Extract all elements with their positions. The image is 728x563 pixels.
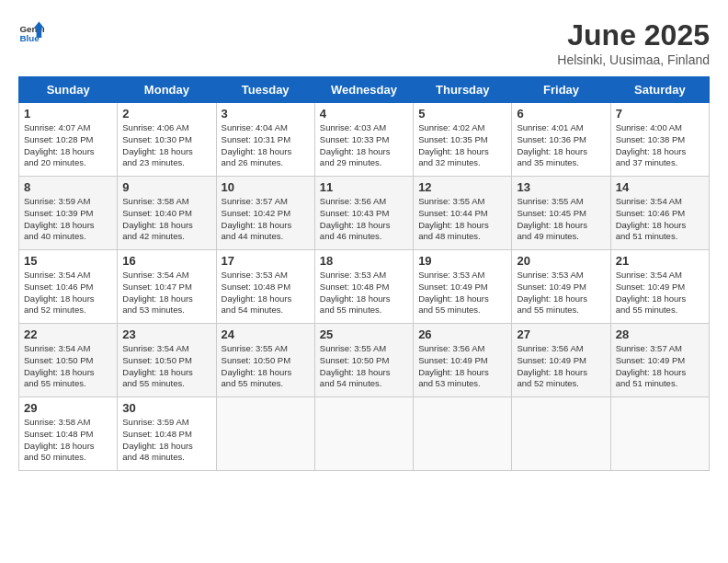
day-info: Sunrise: 3:54 AM Sunset: 10:46 PM Daylig… — [616, 196, 704, 243]
day-info: Sunrise: 3:53 AM Sunset: 10:49 PM Daylig… — [418, 270, 506, 316]
day-number: 22 — [24, 327, 112, 341]
day-number: 3 — [222, 107, 310, 121]
day-info: Sunrise: 4:03 AM Sunset: 10:33 PM Daylig… — [320, 122, 408, 169]
day-cell — [610, 397, 709, 471]
day-cell: 21Sunrise: 3:54 AM Sunset: 10:49 PM Dayl… — [610, 250, 709, 324]
day-info: Sunrise: 3:55 AM Sunset: 10:44 PM Daylig… — [418, 196, 506, 243]
calendar-table: SundayMondayTuesdayWednesdayThursdayFrid… — [18, 76, 710, 471]
day-info: Sunrise: 3:56 AM Sunset: 10:43 PM Daylig… — [320, 196, 408, 243]
day-number: 14 — [616, 180, 704, 194]
day-number: 16 — [122, 254, 210, 268]
week-row-2: 8Sunrise: 3:59 AM Sunset: 10:39 PM Dayli… — [19, 177, 710, 250]
day-header-friday: Friday — [512, 77, 610, 103]
day-number: 28 — [616, 327, 704, 341]
day-info: Sunrise: 3:54 AM Sunset: 10:49 PM Daylig… — [616, 270, 704, 316]
day-number: 1 — [24, 107, 112, 121]
week-row-3: 15Sunrise: 3:54 AM Sunset: 10:46 PM Dayl… — [19, 250, 710, 324]
day-cell: 7Sunrise: 4:00 AM Sunset: 10:38 PM Dayli… — [610, 103, 709, 177]
day-number: 25 — [320, 327, 408, 341]
day-cell: 30Sunrise: 3:59 AM Sunset: 10:48 PM Dayl… — [118, 397, 216, 471]
day-number: 19 — [418, 254, 506, 268]
day-number: 9 — [122, 180, 210, 194]
day-info: Sunrise: 3:54 AM Sunset: 10:46 PM Daylig… — [24, 270, 112, 316]
day-cell: 20Sunrise: 3:53 AM Sunset: 10:49 PM Dayl… — [512, 250, 610, 324]
day-cell — [216, 397, 314, 471]
day-cell: 13Sunrise: 3:55 AM Sunset: 10:45 PM Dayl… — [512, 177, 610, 250]
day-number: 7 — [616, 107, 704, 121]
day-info: Sunrise: 3:59 AM Sunset: 10:39 PM Daylig… — [24, 196, 112, 243]
day-info: Sunrise: 3:54 AM Sunset: 10:47 PM Daylig… — [122, 270, 210, 316]
day-number: 13 — [517, 180, 605, 194]
day-number: 26 — [418, 327, 506, 341]
day-cell: 1Sunrise: 4:07 AM Sunset: 10:28 PM Dayli… — [19, 103, 118, 177]
header: General Blue June 2025 Helsinki, Uusimaa… — [18, 18, 710, 67]
day-info: Sunrise: 3:58 AM Sunset: 10:40 PM Daylig… — [122, 196, 210, 243]
day-header-sunday: Sunday — [19, 77, 118, 103]
day-cell: 15Sunrise: 3:54 AM Sunset: 10:46 PM Dayl… — [19, 250, 118, 324]
day-cell: 29Sunrise: 3:58 AM Sunset: 10:48 PM Dayl… — [19, 397, 118, 471]
day-cell: 18Sunrise: 3:53 AM Sunset: 10:48 PM Dayl… — [314, 250, 413, 324]
day-info: Sunrise: 3:57 AM Sunset: 10:42 PM Daylig… — [222, 196, 310, 243]
day-info: Sunrise: 4:06 AM Sunset: 10:30 PM Daylig… — [122, 122, 210, 169]
day-info: Sunrise: 3:55 AM Sunset: 10:50 PM Daylig… — [320, 343, 408, 390]
day-number: 29 — [24, 401, 112, 415]
day-number: 8 — [24, 180, 112, 194]
day-cell: 10Sunrise: 3:57 AM Sunset: 10:42 PM Dayl… — [216, 177, 314, 250]
day-cell — [512, 397, 610, 471]
day-number: 21 — [616, 254, 704, 268]
day-info: Sunrise: 3:54 AM Sunset: 10:50 PM Daylig… — [24, 343, 112, 390]
day-number: 10 — [222, 180, 310, 194]
day-info: Sunrise: 3:54 AM Sunset: 10:50 PM Daylig… — [122, 343, 210, 390]
day-info: Sunrise: 3:55 AM Sunset: 10:50 PM Daylig… — [222, 343, 310, 390]
logo: General Blue — [18, 18, 44, 44]
day-cell: 19Sunrise: 3:53 AM Sunset: 10:49 PM Dayl… — [414, 250, 512, 324]
day-number: 6 — [517, 107, 605, 121]
day-number: 12 — [418, 180, 506, 194]
day-header-monday: Monday — [118, 77, 216, 103]
day-number: 18 — [320, 254, 408, 268]
title-area: June 2025 Helsinki, Uusimaa, Finland — [557, 18, 710, 67]
day-info: Sunrise: 3:55 AM Sunset: 10:45 PM Daylig… — [517, 196, 605, 243]
day-info: Sunrise: 3:56 AM Sunset: 10:49 PM Daylig… — [517, 343, 605, 390]
day-header-row: SundayMondayTuesdayWednesdayThursdayFrid… — [19, 77, 710, 103]
day-info: Sunrise: 4:07 AM Sunset: 10:28 PM Daylig… — [24, 122, 112, 169]
day-number: 20 — [517, 254, 605, 268]
day-header-saturday: Saturday — [610, 77, 709, 103]
day-info: Sunrise: 3:56 AM Sunset: 10:49 PM Daylig… — [418, 343, 506, 390]
calendar-title: June 2025 — [557, 18, 710, 52]
day-header-wednesday: Wednesday — [314, 77, 413, 103]
day-cell: 8Sunrise: 3:59 AM Sunset: 10:39 PM Dayli… — [19, 177, 118, 250]
day-info: Sunrise: 4:02 AM Sunset: 10:35 PM Daylig… — [418, 122, 506, 169]
day-number: 5 — [418, 107, 506, 121]
week-row-5: 29Sunrise: 3:58 AM Sunset: 10:48 PM Dayl… — [19, 397, 710, 471]
day-cell — [414, 397, 512, 471]
day-cell: 17Sunrise: 3:53 AM Sunset: 10:48 PM Dayl… — [216, 250, 314, 324]
day-cell: 12Sunrise: 3:55 AM Sunset: 10:44 PM Dayl… — [414, 177, 512, 250]
day-cell: 14Sunrise: 3:54 AM Sunset: 10:46 PM Dayl… — [610, 177, 709, 250]
day-header-thursday: Thursday — [414, 77, 512, 103]
day-cell: 28Sunrise: 3:57 AM Sunset: 10:49 PM Dayl… — [610, 324, 709, 397]
day-info: Sunrise: 4:01 AM Sunset: 10:36 PM Daylig… — [517, 122, 605, 169]
day-cell: 9Sunrise: 3:58 AM Sunset: 10:40 PM Dayli… — [118, 177, 216, 250]
day-cell: 6Sunrise: 4:01 AM Sunset: 10:36 PM Dayli… — [512, 103, 610, 177]
day-number: 17 — [222, 254, 310, 268]
day-cell: 23Sunrise: 3:54 AM Sunset: 10:50 PM Dayl… — [118, 324, 216, 397]
day-number: 15 — [24, 254, 112, 268]
day-number: 27 — [517, 327, 605, 341]
week-row-1: 1Sunrise: 4:07 AM Sunset: 10:28 PM Dayli… — [19, 103, 710, 177]
day-info: Sunrise: 3:59 AM Sunset: 10:48 PM Daylig… — [122, 417, 210, 464]
day-info: Sunrise: 3:53 AM Sunset: 10:49 PM Daylig… — [517, 270, 605, 316]
day-info: Sunrise: 3:53 AM Sunset: 10:48 PM Daylig… — [222, 270, 310, 316]
week-row-4: 22Sunrise: 3:54 AM Sunset: 10:50 PM Dayl… — [19, 324, 710, 397]
day-info: Sunrise: 4:04 AM Sunset: 10:31 PM Daylig… — [222, 122, 310, 169]
calendar-subtitle: Helsinki, Uusimaa, Finland — [557, 52, 710, 67]
day-cell: 5Sunrise: 4:02 AM Sunset: 10:35 PM Dayli… — [414, 103, 512, 177]
day-cell: 25Sunrise: 3:55 AM Sunset: 10:50 PM Dayl… — [314, 324, 413, 397]
day-number: 4 — [320, 107, 408, 121]
day-number: 11 — [320, 180, 408, 194]
day-info: Sunrise: 3:53 AM Sunset: 10:48 PM Daylig… — [320, 270, 408, 316]
day-info: Sunrise: 3:57 AM Sunset: 10:49 PM Daylig… — [616, 343, 704, 390]
day-number: 30 — [122, 401, 210, 415]
day-cell: 4Sunrise: 4:03 AM Sunset: 10:33 PM Dayli… — [314, 103, 413, 177]
day-number: 24 — [222, 327, 310, 341]
